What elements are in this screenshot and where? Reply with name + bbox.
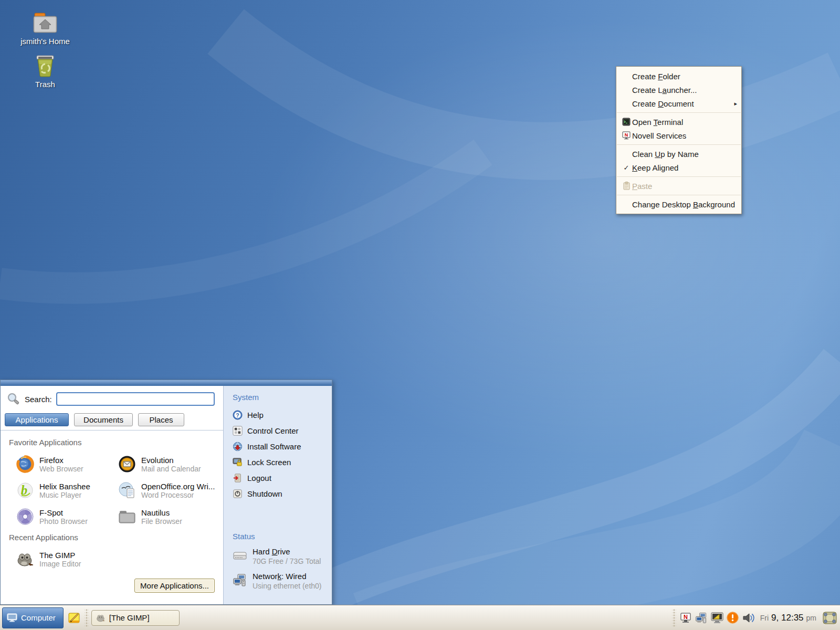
help-icon: ? [233,410,243,420]
search-icon [7,392,20,406]
tab-documents[interactable]: Documents [74,413,133,426]
network-detail: Using ethernet (eth0) [253,582,322,590]
paste-icon [623,182,631,190]
menu-tabs: Applications Documents Places [1,409,223,426]
menu-item-novell-services[interactable]: N Novell Services [616,129,741,142]
banshee-icon: b [16,481,34,499]
control-center-icon [233,426,243,436]
app-item-writer[interactable]: OpenOffice.org Wri...Word Processor [118,481,220,499]
svg-text:?: ? [236,412,239,418]
app-item-nautilus[interactable]: NautilusFile Browser [118,508,220,526]
status-item-network[interactable]: Network: Wired Using ethernet (eth0) [233,572,332,590]
fspot-icon [16,508,34,526]
network-icon [233,573,247,587]
computer-menu-button[interactable]: Computer [2,607,64,628]
app-item-gimp[interactable]: The GIMPImage Editor [16,550,118,568]
task-button-gimp[interactable]: [The GIMP] [91,610,180,626]
gimp-task-icon [96,613,106,623]
menu-item-create-launcher[interactable]: Create Launcher... [616,83,741,97]
desktop-icon-trash[interactable]: Trash [14,54,77,89]
desktop-icon-label: jsmith's Home [20,37,70,46]
recent-grid: The GIMPImage Editor [1,542,223,568]
desktop-icon-label: Trash [35,80,55,89]
app-item-firefox[interactable]: FirefoxWeb Browser [16,455,118,473]
tray-drag-handle[interactable] [672,609,676,627]
search-input[interactable] [56,392,215,406]
taskbar: Computer [The GIMP] N [0,605,840,630]
writer-icon [118,481,136,499]
novell-icon: N [622,131,631,140]
lock-screen-icon [233,457,243,467]
menu-item-create-folder[interactable]: Create Folder [616,69,741,83]
system-item-shutdown[interactable]: Shutdown [233,486,332,501]
display-tray-icon[interactable] [711,612,723,624]
system-item-control-center[interactable]: Control Center [233,423,332,438]
hard-drive-usage: 70G Free / 73G Total [253,557,321,565]
updates-tray-icon[interactable] [727,612,739,624]
install-software-icon [233,442,243,452]
panel-drag-handle[interactable] [85,609,89,627]
menu-item-keep-aligned[interactable]: ✓ Keep Aligned [616,161,741,174]
volume-tray-icon[interactable] [742,612,755,624]
workspace-switcher[interactable] [823,612,837,624]
status-header: Status [233,532,332,541]
submenu-arrow-icon: ▸ [734,100,737,107]
app-item-evolution[interactable]: EvolutionMail and Calendar [118,455,220,473]
system-header: System [233,393,332,402]
trash-icon [33,54,58,78]
app-item-fspot[interactable]: F-SpotPhoto Browser [16,508,118,526]
desktop-context-menu: Create Folder Create Launcher... Create … [616,66,742,214]
desktop-icon-home[interactable]: jsmith's Home [14,12,77,46]
status-item-hard-drive[interactable]: Hard Drive 70G Free / 73G Total [233,547,332,565]
terminal-icon [622,118,631,126]
gimp-icon [16,550,34,568]
clock-time: 9, 12:35 [771,613,803,623]
search-label: Search: [25,395,52,404]
favorites-header: Favorite Applications [1,430,223,447]
system-tray: N [672,609,838,627]
logout-icon [233,473,243,483]
system-panel: System ? Help Control Center [223,386,332,604]
menu-item-clean-up-by-name[interactable]: Clean Up by Name [616,147,741,161]
app-item-banshee[interactable]: b Helix BansheeMusic Player [16,481,118,499]
firefox-icon [16,455,34,473]
main-menu: Search: Applications Documents Places Fa… [0,380,332,605]
clock[interactable]: Fri 9, 12:35 pm [760,613,816,623]
novell-tray-icon[interactable]: N [679,612,692,624]
recent-header: Recent Applications [1,526,223,542]
applications-panel: Search: Applications Documents Places Fa… [1,386,223,604]
svg-text:N: N [625,132,628,138]
menu-item-create-document[interactable]: Create Document ▸ [616,97,741,110]
evolution-icon [118,455,136,473]
tab-applications[interactable]: Applications [5,413,69,426]
system-item-logout[interactable]: Logout [233,470,332,486]
menu-item-change-desktop-background[interactable]: Change Desktop Background [616,197,741,211]
computer-icon [7,613,17,623]
more-applications-button[interactable]: More Applications... [134,579,215,593]
menu-separator [617,144,741,145]
menu-separator [617,112,741,113]
menu-separator [617,176,741,177]
clock-day: Fri [760,614,769,622]
system-item-install-software[interactable]: Install Software [233,438,332,454]
tomboy-notes-button[interactable] [66,609,82,627]
checkmark-icon: ✓ [624,164,629,172]
network-tray-icon[interactable] [695,612,708,624]
hard-drive-icon [233,548,247,563]
menu-item-open-terminal[interactable]: Open Terminal [616,115,741,129]
menu-separator [617,195,741,195]
nautilus-icon [118,508,136,526]
menu-item-paste: Paste [616,179,741,193]
favorites-grid: FirefoxWeb Browser EvolutionMail and Cal… [1,447,223,526]
system-item-lock-screen[interactable]: Lock Screen [233,454,332,470]
svg-text:N: N [684,613,688,620]
shutdown-icon [233,489,243,499]
note-icon [67,611,81,625]
main-menu-top-strip [1,380,332,386]
clock-meridiem: pm [806,614,816,622]
home-folder-icon [32,12,59,35]
tab-places[interactable]: Places [138,413,184,426]
system-item-help[interactable]: ? Help [233,407,332,423]
